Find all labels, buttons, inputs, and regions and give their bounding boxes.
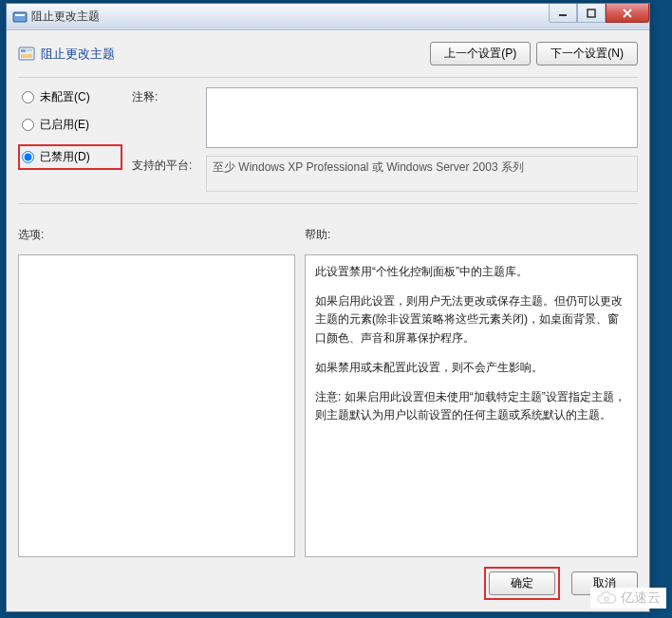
radio-enabled[interactable]: 已启用(E) [22, 117, 122, 133]
radio-disabled[interactable]: 已禁用(D) [22, 149, 115, 165]
footer: 确定 取消 [18, 567, 638, 600]
divider [18, 203, 638, 204]
fields: 注释: 支持的平台: 至少 Windows XP Professional 或 … [132, 87, 638, 192]
help-p2: 如果启用此设置，则用户无法更改或保存主题。但仍可以更改主题的元素(除非设置策略将… [315, 292, 627, 347]
next-setting-button[interactable]: 下一个设置(N) [536, 42, 638, 66]
policy-title: 阻止更改主题 [41, 46, 115, 63]
nav-buttons: 上一个设置(P) 下一个设置(N) [430, 40, 638, 66]
ok-button[interactable]: 确定 [489, 571, 555, 595]
svg-rect-3 [588, 9, 595, 17]
highlight-annotation: 已禁用(D) [18, 144, 122, 170]
header-left: 阻止更改主题 [18, 40, 115, 63]
divider [18, 77, 638, 78]
watermark-text: 亿速云 [621, 590, 661, 607]
platform-label: 支持的平台: [132, 156, 198, 192]
platform-row: 支持的平台: 至少 Windows XP Professional 或 Wind… [132, 156, 638, 192]
watermark: 亿速云 [590, 588, 666, 609]
dialog-content: 阻止更改主题 上一个设置(P) 下一个设置(N) 未配置(C) 已启用(E) [7, 30, 649, 611]
help-p4: 注意: 如果启用此设置但未使用“加载特定主题”设置指定主题，则主题默认为用户以前… [315, 388, 627, 424]
options-header: 选项: [18, 227, 295, 243]
radio-not-configured-input[interactable] [22, 91, 34, 103]
comment-row: 注释: [132, 87, 638, 148]
svg-rect-4 [19, 47, 34, 60]
policy-icon [18, 46, 35, 63]
state-radio-group: 未配置(C) 已启用(E) 已禁用(D) [18, 87, 122, 192]
svg-rect-1 [15, 14, 25, 16]
dialog-window: 阻止更改主题 [6, 3, 650, 612]
minimize-button[interactable] [549, 4, 577, 23]
options-panel[interactable] [18, 254, 295, 557]
cloud-icon [596, 590, 617, 606]
radio-enabled-input[interactable] [22, 119, 34, 131]
help-p3: 如果禁用或未配置此设置，则不会产生影响。 [315, 359, 627, 377]
prev-setting-button[interactable]: 上一个设置(P) [430, 42, 531, 66]
radio-disabled-label: 已禁用(D) [40, 149, 90, 165]
radio-disabled-input[interactable] [22, 151, 34, 163]
svg-rect-5 [21, 49, 26, 52]
help-p1: 此设置禁用“个性化控制面板”中的主题库。 [315, 263, 627, 281]
svg-point-8 [605, 597, 608, 601]
svg-rect-0 [13, 12, 27, 22]
radio-not-configured[interactable]: 未配置(C) [22, 89, 122, 105]
help-header: 帮助: [305, 227, 330, 243]
svg-rect-6 [27, 49, 32, 51]
comment-input[interactable] [206, 87, 638, 148]
close-button[interactable] [606, 4, 649, 23]
platform-value: 至少 Windows XP Professional 或 Windows Ser… [206, 156, 638, 192]
svg-rect-7 [21, 54, 32, 58]
lower-panels: 此设置禁用“个性化控制面板”中的主题库。 如果启用此设置，则用户无法更改或保存主… [18, 254, 638, 557]
window-title: 阻止更改主题 [31, 9, 100, 25]
radio-not-configured-label: 未配置(C) [40, 89, 90, 105]
help-panel[interactable]: 此设置禁用“个性化控制面板”中的主题库。 如果启用此设置，则用户无法更改或保存主… [305, 254, 638, 557]
radio-enabled-label: 已启用(E) [40, 117, 89, 133]
config-row: 未配置(C) 已启用(E) 已禁用(D) 注释: [18, 87, 638, 192]
titlebar[interactable]: 阻止更改主题 [7, 4, 649, 30]
maximize-button[interactable] [577, 4, 606, 23]
window-controls [549, 4, 649, 23]
comment-label: 注释: [132, 87, 198, 148]
header-row: 阻止更改主题 上一个设置(P) 下一个设置(N) [18, 40, 638, 66]
highlight-annotation: 确定 [484, 567, 560, 600]
app-icon [12, 9, 28, 25]
column-headers: 选项: 帮助: [18, 227, 638, 243]
